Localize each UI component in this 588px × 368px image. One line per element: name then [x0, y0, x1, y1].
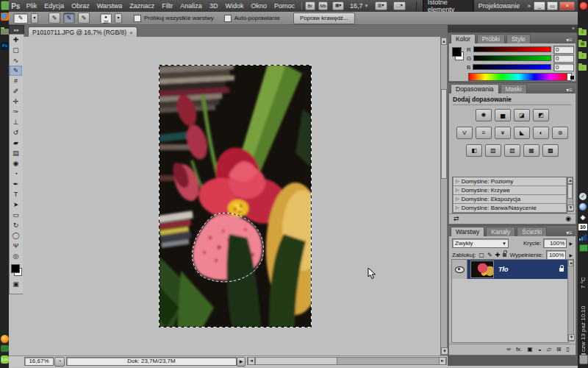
menu-pomoc[interactable]: Pomoc	[270, 2, 298, 10]
update-manager-icon[interactable]: ✓	[579, 193, 587, 200]
fg-swatch[interactable]	[452, 47, 462, 57]
tab-close-icon[interactable]: ×	[129, 29, 133, 36]
hscroll-thumb[interactable]	[255, 357, 337, 365]
clip-to-layer-icon[interactable]: ◉	[565, 215, 571, 222]
sample-all-layers-checkbox[interactable]	[134, 15, 141, 22]
zoom-tool[interactable]: ◎	[10, 251, 22, 261]
channel-g-slider[interactable]	[473, 55, 551, 61]
new-adjustment-icon[interactable]: ◒	[538, 346, 542, 353]
quick-mask-button[interactable]: ▣	[10, 279, 22, 289]
document-size-status[interactable]: Dok: 23,7M/23,7M	[66, 357, 237, 366]
network-orb-icon[interactable]	[579, 203, 587, 210]
clock[interactable]: czw 13 paź 10:10	[580, 293, 587, 352]
channel-r-slider[interactable]	[473, 46, 551, 52]
menu-filtr[interactable]: Filtr	[158, 2, 176, 10]
tab-maski[interactable]: Maski	[501, 84, 527, 93]
panel-menu-icon[interactable]: ▾≡	[566, 37, 576, 43]
vibrance-icon[interactable]: V	[456, 127, 473, 139]
visibility-cell[interactable]	[452, 260, 467, 279]
presets-scrollbar[interactable]: ▲ ▼	[567, 177, 573, 212]
photo-p1010711[interactable]	[159, 65, 312, 328]
blur-tool[interactable]: ◉	[10, 158, 22, 169]
restore-button[interactable]: ▭	[547, 1, 559, 10]
trash-icon[interactable]	[579, 355, 588, 364]
add-selection-mode-button[interactable]: ✎	[63, 13, 75, 24]
brush-dropdown-icon[interactable]: ▾	[115, 13, 122, 24]
menu-warstwa[interactable]: Warstwa	[93, 2, 126, 10]
files-folder-icon[interactable]	[1, 29, 9, 35]
folder-home-icon[interactable]: ≡	[578, 29, 587, 35]
panel-menu-icon[interactable]: ▾≡	[566, 230, 576, 236]
brush-tool[interactable]: ✑	[10, 107, 22, 117]
scroll-down-icon[interactable]: ▼	[567, 205, 574, 211]
app-icon-bottom[interactable]	[1, 335, 9, 343]
bridge-icon[interactable]: Br	[305, 1, 315, 10]
scroll-right-icon[interactable]: ►	[439, 357, 446, 365]
quick-selection-tool[interactable]: ✎	[10, 66, 22, 76]
scroll-left-icon[interactable]: ◄	[248, 357, 255, 365]
photoshop-dock-icon[interactable]: Ps	[1, 42, 9, 50]
delete-layer-icon[interactable]: ▯	[567, 346, 570, 353]
firefox-icon[interactable]	[1, 13, 9, 21]
subtract-selection-mode-button[interactable]: ✎	[78, 13, 90, 24]
presets-scroll-thumb[interactable]	[567, 184, 573, 199]
channel-r-value[interactable]: 0	[553, 46, 574, 54]
brush-picker[interactable]: ●20	[100, 13, 112, 24]
arrange-documents-icon[interactable]: ▥▾	[375, 1, 387, 10]
curves-icon[interactable]: ◪	[514, 109, 530, 121]
lock-transparency-icon[interactable]: ▢	[478, 252, 484, 258]
power-button-icon[interactable]	[579, 1, 588, 10]
layer-thumbnail[interactable]	[470, 261, 494, 278]
marquee-tool[interactable]: ▢	[10, 45, 22, 55]
clone-stamp-tool[interactable]: ⊥	[10, 117, 22, 127]
tab-probki[interactable]: Próbki	[477, 34, 505, 43]
add-mask-icon[interactable]: ▣	[527, 346, 533, 353]
switch-panel-icon[interactable]: ⇄	[453, 215, 459, 222]
close-button[interactable]: ×	[559, 1, 575, 10]
scroll-up-icon[interactable]: ▲	[567, 177, 573, 184]
spectrum-black-swatch[interactable]	[570, 76, 574, 79]
hand-tool[interactable]: Ψ	[10, 241, 22, 251]
lasso-tool[interactable]: ∿	[10, 55, 22, 66]
blend-mode-select[interactable]: Zwykły▼	[452, 238, 509, 248]
dock-collapse-bar[interactable]: «	[448, 25, 578, 32]
zoom-level-control[interactable]: 16,7	[350, 2, 363, 10]
unread-badge[interactable]: 30	[578, 224, 587, 230]
link-layers-icon[interactable]: ∞	[506, 346, 511, 353]
tool-preset-icon[interactable]: ✎	[13, 13, 28, 24]
document-tab[interactable]: P1010711.JPG @ 16,7% (RGB/8) ×	[28, 26, 137, 38]
menu-edycja[interactable]: Edycja	[40, 2, 68, 10]
shape-tool[interactable]: ▭	[10, 210, 22, 220]
scroll-up-icon[interactable]: ▲	[441, 38, 447, 45]
workspace-overflow-icon[interactable]: »	[527, 2, 531, 10]
healing-brush-tool[interactable]: ✛	[10, 96, 22, 107]
posterize-icon[interactable]: ▨	[485, 144, 501, 157]
auto-enhance-checkbox[interactable]	[224, 15, 232, 22]
menu-okno[interactable]: Okno	[247, 2, 270, 10]
tool-preset-dropdown-icon[interactable]: ▾	[31, 13, 38, 24]
view-extras-icon[interactable]: ▦▾	[332, 1, 344, 10]
foreground-color-swatch[interactable]	[11, 264, 20, 273]
mint-menu-icon[interactable]: Lm	[1, 355, 9, 364]
canvas-vscrollbar[interactable]: ▲ ▼	[440, 37, 448, 355]
pen-tool[interactable]: ✒	[10, 179, 22, 189]
panel-menu-icon[interactable]: ▾≡	[566, 87, 576, 93]
menu-obraz[interactable]: Obraz	[68, 2, 93, 10]
menu-widok[interactable]: Widok	[221, 2, 247, 10]
type-tool[interactable]: T	[10, 189, 22, 199]
workspace-projektowanie[interactable]: Projektowanie	[474, 1, 525, 10]
channel-g-value[interactable]: 0	[553, 54, 574, 63]
color-spectrum-ramp[interactable]	[468, 73, 568, 81]
new-selection-mode-button[interactable]: ✎	[49, 13, 60, 24]
status-menu-arrow-icon[interactable]: ▶	[237, 357, 245, 367]
weather-temperature[interactable]: 7 °C	[580, 255, 587, 289]
status-options-icon[interactable]: ◔	[54, 357, 65, 367]
tab-kolor[interactable]: Kolor	[451, 34, 476, 43]
menu-analiza[interactable]: Analiza	[176, 2, 206, 10]
lock-all-icon[interactable]	[503, 253, 506, 257]
move-tool[interactable]: ✚	[10, 35, 22, 45]
tab-style[interactable]: Style	[506, 34, 531, 43]
vpn-tray-icon[interactable]	[579, 244, 588, 252]
vscroll-thumb[interactable]	[441, 89, 447, 179]
orbit-3d-tool[interactable]: ◯	[10, 230, 22, 241]
